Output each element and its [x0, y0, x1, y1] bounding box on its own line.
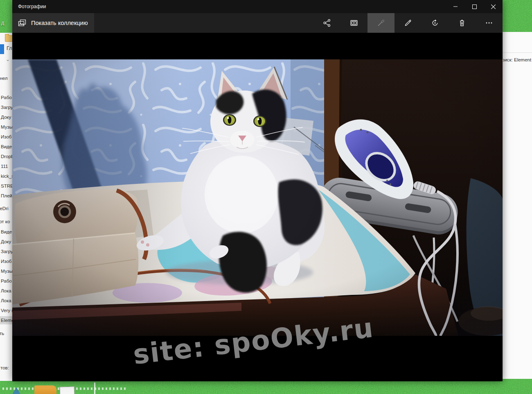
slideshow-icon: [349, 18, 358, 27]
desktop-icon-document[interactable]: [60, 386, 75, 394]
window-title: Фотографии: [18, 0, 46, 13]
minimize-button[interactable]: [446, 0, 465, 13]
explorer-file-menu-button[interactable]: [0, 44, 4, 54]
sidebar-item[interactable]: Very (: [1, 306, 13, 315]
sidebar-item[interactable]: Загру: [1, 247, 13, 256]
sidebar-item[interactable]: Музы: [1, 123, 13, 131]
delete-button[interactable]: [449, 13, 476, 33]
sidebar-item[interactable]: kick_s: [1, 172, 13, 180]
sidebar-item[interactable]: Виде: [1, 228, 12, 236]
photos-app-window: Фотографии: [12, 0, 503, 381]
chevron-down-icon[interactable]: ⌄: [6, 57, 10, 62]
explorer-window-right-edge: оиск: Element: [503, 32, 532, 379]
enhance-button[interactable]: [367, 13, 394, 33]
share-button[interactable]: [313, 13, 340, 33]
sidebar-item[interactable]: Изоб: [1, 133, 11, 141]
window-controls: [446, 0, 503, 13]
sidebar-item[interactable]: STREA: [1, 182, 13, 190]
close-icon: [491, 5, 496, 9]
show-collection-label: Показать коллекцию: [31, 20, 88, 26]
pictures-icon: [18, 18, 27, 27]
sidebar-item[interactable]: Плей: [1, 192, 12, 200]
sidebar-item[interactable]: Музы: [1, 267, 13, 275]
edit-button[interactable]: [394, 13, 422, 33]
sidebar-item[interactable]: Доку: [1, 238, 11, 246]
desktop-icon-folder[interactable]: [34, 385, 56, 394]
explorer-ribbon-tab[interactable]: Гл: [7, 45, 12, 51]
sidebar-item[interactable]: neDri: [0, 204, 8, 213]
sidebar-item[interactable]: Лока: [1, 287, 11, 295]
sidebar-item[interactable]: Лока: [1, 297, 11, 305]
toolbar: Показать коллекцию: [12, 13, 503, 33]
see-more-ellipsis-icon: [485, 18, 494, 27]
folder-icon: [5, 35, 13, 42]
sidebar-item[interactable]: 111: [1, 162, 8, 170]
close-button[interactable]: [484, 0, 503, 13]
sidebar-item[interactable]: Изоб: [1, 257, 11, 265]
titlebar[interactable]: Фотографии: [12, 0, 503, 13]
vignette: [12, 59, 503, 336]
sidebar-item[interactable]: тот ко: [0, 217, 10, 226]
trash-icon: [458, 18, 467, 27]
photo-viewer-area[interactable]: site: spoOky.ru: [12, 33, 503, 381]
maximize-icon: [472, 5, 477, 9]
sidebar-item[interactable]: Виде: [1, 143, 12, 151]
explorer-status-bar: тов:: [0, 365, 9, 370]
maximize-button[interactable]: [465, 0, 484, 13]
desktop-icon-label: д: [1, 20, 4, 26]
sidebar-item[interactable]: Рабо: [1, 93, 12, 102]
rotate-button[interactable]: [422, 13, 449, 33]
minimize-icon: [453, 5, 458, 9]
rotate-icon: [431, 18, 440, 27]
desktop: д Гл ⌄ анел Рабо Загру Доку Музы Изоб Ви…: [0, 0, 532, 394]
explorer-window-left-edge: Гл ⌄ анел Рабо Загру Доку Музы Изоб Виде…: [0, 33, 13, 381]
sidebar-item[interactable]: Рабо: [1, 277, 12, 285]
enhance-magic-wand-icon: [376, 18, 385, 27]
divider: [503, 52, 532, 53]
toolbar-actions: [313, 13, 503, 33]
sidebar-item[interactable]: Dropb: [1, 152, 13, 161]
edit-pencil-icon: [404, 18, 413, 27]
photo-cat-on-ironing-board: [12, 59, 503, 336]
share-icon: [322, 18, 331, 27]
sidebar-item[interactable]: Доку: [1, 113, 11, 121]
see-more-button[interactable]: [476, 13, 503, 33]
sidebar-item-selected[interactable]: Eleme: [0, 316, 13, 324]
sidebar-item[interactable]: еть: [0, 329, 4, 337]
sidebar-item[interactable]: Загру: [1, 103, 13, 111]
sidebar-item[interactable]: анел: [0, 74, 7, 82]
show-collection-button[interactable]: Показать коллекцию: [12, 13, 94, 33]
desktop-icon-cone[interactable]: [12, 387, 20, 394]
explorer-search-box[interactable]: оиск: Element: [503, 57, 531, 62]
slideshow-button[interactable]: [340, 13, 367, 33]
